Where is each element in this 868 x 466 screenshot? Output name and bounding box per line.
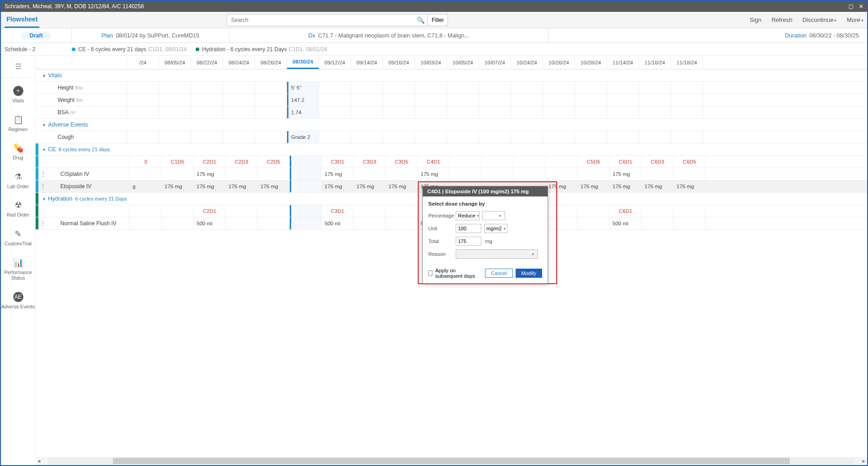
data-cell[interactable] (639, 94, 671, 106)
row-menu-icon[interactable]: ⋮ (38, 217, 48, 229)
data-cell[interactable] (383, 131, 415, 143)
data-cell[interactable] (674, 217, 706, 229)
horizontal-scrollbar[interactable]: ◄ ► (36, 457, 867, 465)
data-cell[interactable]: 5' 5" (287, 82, 319, 94)
section-header[interactable]: ▾CE6 cycles every 21 days (36, 143, 867, 156)
data-cell[interactable] (255, 82, 287, 94)
data-cell[interactable]: 175 mg (258, 180, 290, 192)
data-cell[interactable] (159, 94, 191, 106)
data-cell[interactable]: 175 mg (674, 180, 706, 192)
data-cell[interactable]: 500 ml (610, 217, 642, 229)
filter-button[interactable]: Filter (427, 14, 448, 26)
discontinue-link[interactable]: Discontinue▾ (802, 16, 836, 23)
data-cell[interactable]: 175 mg (386, 180, 418, 192)
data-cell[interactable] (354, 168, 386, 180)
data-cell[interactable] (607, 131, 639, 143)
data-cell[interactable] (674, 168, 706, 180)
data-cell[interactable]: g (130, 180, 162, 192)
date-header-cell[interactable]: 08/05/24 (159, 56, 191, 69)
sidebar-item[interactable]: 📊Performance Status (1, 249, 35, 284)
data-cell[interactable] (130, 168, 162, 180)
data-cell[interactable] (639, 106, 671, 118)
data-cell[interactable] (351, 94, 383, 106)
date-header-cell[interactable]: 08/24/24 (223, 56, 255, 69)
total-value-input[interactable] (456, 237, 481, 246)
data-cell[interactable] (575, 131, 607, 143)
scroll-right-icon[interactable]: ► (861, 458, 867, 464)
data-cell[interactable] (351, 106, 383, 118)
date-header-cell[interactable]: 11/16/24 (639, 56, 671, 69)
row-menu-icon[interactable]: ⋮ (38, 180, 48, 192)
apply-subsequent-checkbox[interactable] (428, 270, 432, 276)
modify-button[interactable]: Modify (516, 269, 542, 278)
data-cell[interactable] (255, 94, 287, 106)
data-cell[interactable] (543, 82, 575, 94)
data-cell[interactable]: 175 mg (194, 180, 226, 192)
data-cell[interactable] (319, 82, 351, 94)
data-cell[interactable] (319, 94, 351, 106)
percentage-action-select[interactable]: Reduce▾ (456, 211, 479, 220)
data-cell[interactable] (479, 94, 511, 106)
data-cell[interactable] (482, 168, 514, 180)
data-cell[interactable]: 1.74 (287, 106, 319, 118)
data-cell[interactable] (159, 131, 191, 143)
scrollbar-thumb[interactable] (113, 458, 790, 464)
refresh-link[interactable]: Refresh (772, 16, 793, 23)
data-cell[interactable]: 175 mg (610, 180, 642, 192)
data-cell[interactable]: 500 ml (194, 217, 226, 229)
unit-value-input[interactable] (456, 224, 481, 233)
date-header-cell[interactable]: 10/07/24 (479, 56, 511, 69)
data-cell[interactable] (191, 82, 223, 94)
data-cell[interactable] (223, 131, 255, 143)
data-cell[interactable]: 175 mg (162, 180, 194, 192)
data-cell[interactable] (639, 131, 671, 143)
data-cell[interactable] (258, 217, 290, 229)
date-header-cell[interactable]: 09/14/24 (351, 56, 383, 69)
data-cell[interactable] (578, 217, 610, 229)
data-cell[interactable] (351, 131, 383, 143)
data-cell[interactable] (671, 131, 703, 143)
data-cell[interactable] (575, 82, 607, 94)
more-link[interactable]: More▾ (847, 16, 863, 23)
data-cell[interactable] (546, 168, 578, 180)
data-cell[interactable] (226, 168, 258, 180)
date-header-cell[interactable]: 10/24/24 (511, 56, 543, 69)
date-header-cell[interactable]: 08/26/24 (255, 56, 287, 69)
data-cell[interactable] (447, 106, 479, 118)
data-cell[interactable] (546, 217, 578, 229)
data-cell[interactable]: 175 mg (610, 168, 642, 180)
reason-select[interactable]: ▾ (456, 249, 538, 259)
data-cell[interactable] (290, 168, 322, 180)
data-cell[interactable] (415, 94, 447, 106)
data-cell[interactable] (639, 82, 671, 94)
data-cell[interactable]: 175 mg (226, 180, 258, 192)
data-cell[interactable] (162, 217, 194, 229)
data-cell[interactable] (511, 131, 543, 143)
date-header-cell[interactable]: 10/28/24 (575, 56, 607, 69)
data-cell[interactable] (162, 168, 194, 180)
data-cell[interactable] (671, 82, 703, 94)
data-cell[interactable] (290, 217, 322, 229)
data-cell[interactable] (511, 94, 543, 106)
data-cell[interactable] (514, 168, 546, 180)
data-cell[interactable] (226, 217, 258, 229)
sign-link[interactable]: Sign (750, 16, 761, 23)
data-cell[interactable] (127, 82, 159, 94)
data-cell[interactable]: 175 mg (194, 168, 226, 180)
data-cell[interactable] (607, 106, 639, 118)
data-cell[interactable] (479, 131, 511, 143)
data-cell[interactable] (127, 94, 159, 106)
data-cell[interactable] (127, 131, 159, 143)
data-cell[interactable]: 500 ml (322, 217, 354, 229)
cancel-button[interactable]: Cancel (485, 269, 512, 278)
data-cell[interactable] (479, 106, 511, 118)
date-header-cell[interactable]: 10/05/24 (447, 56, 479, 69)
data-cell[interactable]: Grade 2 (287, 131, 319, 143)
sidebar-item[interactable]: ☢Rad Order (1, 192, 35, 221)
data-cell[interactable] (383, 82, 415, 94)
date-header-cell[interactable]: 08/30/24 (287, 56, 319, 69)
menu-icon[interactable]: ☰ (1, 59, 35, 78)
data-cell[interactable] (319, 106, 351, 118)
data-cell[interactable] (543, 131, 575, 143)
data-cell[interactable] (255, 106, 287, 118)
